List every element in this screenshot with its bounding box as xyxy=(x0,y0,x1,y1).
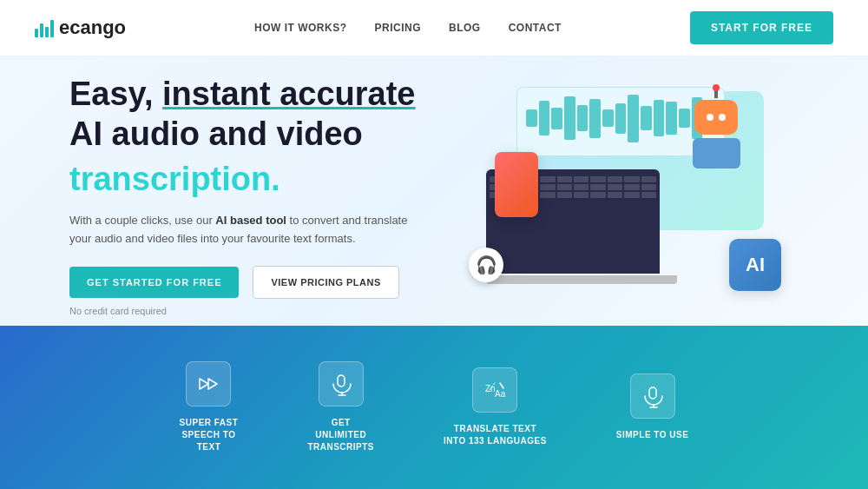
wave-bar xyxy=(615,103,627,134)
wave-bar xyxy=(602,109,614,127)
wave-bar xyxy=(589,99,601,138)
key xyxy=(557,176,572,182)
robot-eye-left xyxy=(707,114,713,121)
feature-label-fast-speech: SUPER FASTSPEECH TOTEXT xyxy=(180,417,239,453)
key xyxy=(574,176,589,182)
key xyxy=(641,184,656,190)
robot-body xyxy=(693,138,740,169)
feature-simple: SIMPLE TO USE xyxy=(616,373,689,441)
hero-title-colored: transcription. xyxy=(69,161,417,198)
microphone-icon xyxy=(329,372,353,396)
key xyxy=(608,176,622,182)
key xyxy=(608,184,622,190)
get-started-button[interactable]: GET STARTED FOR FREE xyxy=(69,267,239,298)
svg-text:Aa: Aa xyxy=(495,389,506,399)
hero-title-underline: instant accurate xyxy=(162,76,415,112)
feature-icon-box-simple xyxy=(630,373,675,419)
feature-icon-box-fast-speech xyxy=(186,361,231,406)
feature-icon-box-translate: Zn Aa xyxy=(472,367,517,413)
wave-bar xyxy=(628,95,639,142)
logo-icon xyxy=(35,18,54,37)
nav-blog[interactable]: BLOG xyxy=(449,22,481,34)
key xyxy=(624,184,639,190)
key xyxy=(574,184,589,190)
ai-card: AI xyxy=(729,239,781,291)
feature-translate: Zn Aa TRANSLATE TEXTINTO 133 LANGUAGES xyxy=(444,367,547,447)
no-credit-text: No credit card required xyxy=(69,306,417,316)
hero-title-line2: AI audio and video xyxy=(69,116,363,152)
feature-label-translate: TRANSLATE TEXTINTO 133 LANGUAGES xyxy=(444,423,547,447)
wave-bar xyxy=(526,109,537,127)
nav-how-it-works[interactable]: HOW IT WORKS? xyxy=(254,22,346,34)
key xyxy=(557,192,572,198)
navbar: ecango HOW IT WORKS? PRICING BLOG CONTAC… xyxy=(0,0,868,56)
key xyxy=(540,176,555,182)
mobile-card xyxy=(495,152,538,217)
key xyxy=(540,192,555,198)
feature-icon-box-unlimited xyxy=(319,361,364,406)
nav-links: HOW IT WORKS? PRICING BLOG CONTACT xyxy=(254,22,562,34)
wave-bar xyxy=(551,108,562,129)
wave-bar xyxy=(564,96,575,140)
key xyxy=(624,192,639,198)
key xyxy=(590,176,605,182)
start-for-free-button[interactable]: START FOR FREE xyxy=(690,11,833,44)
feature-unlimited-transcripts: GETUNLIMITEDTRANSCRIPTS xyxy=(307,361,374,453)
robot-head xyxy=(694,100,738,135)
hero-title-plain: Easy, xyxy=(69,76,162,112)
fast-forward-icon xyxy=(196,372,220,396)
wave-bar xyxy=(577,105,589,131)
wave-bar xyxy=(666,102,677,135)
hero-title: Easy, instant accurate AI audio and vide… xyxy=(69,75,417,154)
feature-label-simple: SIMPLE TO USE xyxy=(616,429,689,441)
hero-desc-before-bold: With a couple clicks, use our xyxy=(69,214,215,227)
key xyxy=(590,192,605,198)
key xyxy=(557,184,572,190)
microphone2-icon xyxy=(641,384,665,408)
robot-illustration xyxy=(686,100,746,169)
key xyxy=(641,176,656,182)
svg-rect-0 xyxy=(338,375,345,387)
features-section: SUPER FASTSPEECH TOTEXT GETUNLIMITEDTRAN… xyxy=(0,326,868,489)
key xyxy=(590,184,605,190)
hero-description: With a couple clicks, use our AI based t… xyxy=(69,212,417,248)
hero-illustration: 🎧 AI xyxy=(469,83,799,308)
feature-label-unlimited: GETUNLIMITEDTRANSCRIPTS xyxy=(307,417,374,453)
key xyxy=(574,192,589,198)
wave-bar xyxy=(641,106,652,130)
nav-pricing[interactable]: PRICING xyxy=(374,22,421,34)
translate-icon: Zn Aa xyxy=(483,378,507,402)
logo[interactable]: ecango xyxy=(35,17,126,39)
hero-section: Easy, instant accurate AI audio and vide… xyxy=(0,56,868,326)
hero-buttons: GET STARTED FOR FREE VIEW PRICING PLANS xyxy=(69,266,417,299)
wave-bar xyxy=(539,101,550,135)
hero-desc-bold: AI based tool xyxy=(215,214,286,227)
view-pricing-button[interactable]: VIEW PRICING PLANS xyxy=(253,266,398,299)
wave-bar xyxy=(654,100,665,136)
hero-content: Easy, instant accurate AI audio and vide… xyxy=(69,75,417,316)
robot-antenna xyxy=(714,88,718,98)
nav-contact[interactable]: CONTACT xyxy=(509,22,562,34)
headphone-icon: 🎧 xyxy=(469,248,503,282)
logo-text: ecango xyxy=(59,17,126,39)
key xyxy=(641,192,656,198)
key xyxy=(624,176,639,182)
laptop-base xyxy=(486,275,677,284)
feature-fast-speech: SUPER FASTSPEECH TOTEXT xyxy=(180,361,239,453)
key xyxy=(608,192,622,198)
robot-eye-right xyxy=(719,114,726,121)
svg-rect-5 xyxy=(649,387,656,399)
key xyxy=(540,184,555,190)
